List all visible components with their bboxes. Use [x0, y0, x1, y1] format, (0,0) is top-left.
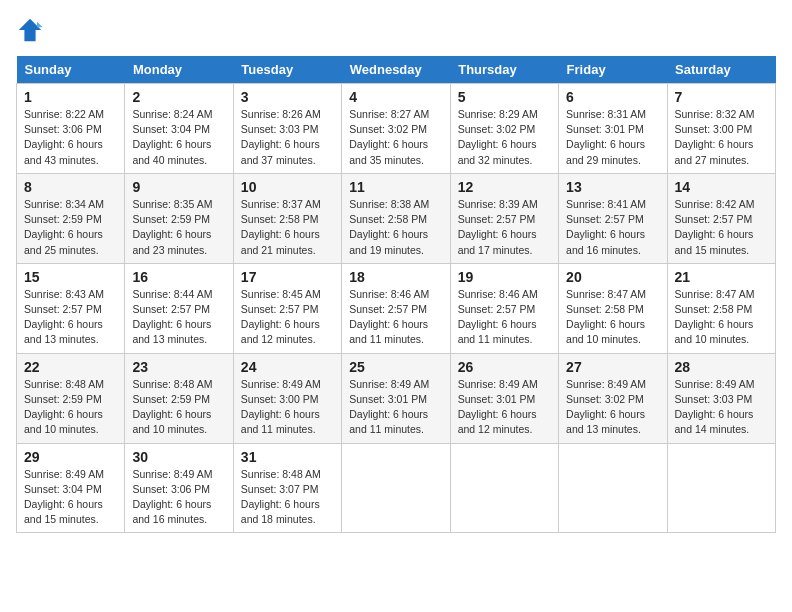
sunrise-label: Sunrise: 8:49 AM: [132, 468, 212, 480]
daylight-label: Daylight: 6 hours and 15 minutes.: [24, 498, 103, 525]
sunrise-label: Sunrise: 8:46 AM: [349, 288, 429, 300]
sunrise-label: Sunrise: 8:29 AM: [458, 108, 538, 120]
daylight-label: Daylight: 6 hours and 13 minutes.: [566, 408, 645, 435]
day-number: 12: [458, 179, 551, 195]
sunrise-label: Sunrise: 8:42 AM: [675, 198, 755, 210]
sunrise-label: Sunrise: 8:27 AM: [349, 108, 429, 120]
sunrise-label: Sunrise: 8:44 AM: [132, 288, 212, 300]
day-info: Sunrise: 8:39 AM Sunset: 2:57 PM Dayligh…: [458, 197, 551, 258]
empty-cell: [667, 443, 775, 533]
day-number: 29: [24, 449, 117, 465]
day-number: 14: [675, 179, 768, 195]
sunset-label: Sunset: 3:06 PM: [24, 123, 102, 135]
calendar-day-11: 11 Sunrise: 8:38 AM Sunset: 2:58 PM Dayl…: [342, 173, 450, 263]
daylight-label: Daylight: 6 hours and 21 minutes.: [241, 228, 320, 255]
day-number: 18: [349, 269, 442, 285]
day-number: 10: [241, 179, 334, 195]
sunset-label: Sunset: 2:57 PM: [458, 213, 536, 225]
sunrise-label: Sunrise: 8:47 AM: [675, 288, 755, 300]
day-info: Sunrise: 8:41 AM Sunset: 2:57 PM Dayligh…: [566, 197, 659, 258]
day-info: Sunrise: 8:49 AM Sunset: 3:01 PM Dayligh…: [349, 377, 442, 438]
calendar-day-31: 31 Sunrise: 8:48 AM Sunset: 3:07 PM Dayl…: [233, 443, 341, 533]
sunset-label: Sunset: 3:02 PM: [349, 123, 427, 135]
column-header-thursday: Thursday: [450, 56, 558, 84]
day-info: Sunrise: 8:31 AM Sunset: 3:01 PM Dayligh…: [566, 107, 659, 168]
day-number: 5: [458, 89, 551, 105]
sunrise-label: Sunrise: 8:43 AM: [24, 288, 104, 300]
calendar-week-4: 22 Sunrise: 8:48 AM Sunset: 2:59 PM Dayl…: [17, 353, 776, 443]
sunrise-label: Sunrise: 8:49 AM: [675, 378, 755, 390]
sunset-label: Sunset: 3:01 PM: [349, 393, 427, 405]
svg-marker-0: [19, 19, 41, 41]
sunrise-label: Sunrise: 8:34 AM: [24, 198, 104, 210]
day-info: Sunrise: 8:35 AM Sunset: 2:59 PM Dayligh…: [132, 197, 225, 258]
daylight-label: Daylight: 6 hours and 11 minutes.: [241, 408, 320, 435]
daylight-label: Daylight: 6 hours and 17 minutes.: [458, 228, 537, 255]
day-info: Sunrise: 8:32 AM Sunset: 3:00 PM Dayligh…: [675, 107, 768, 168]
sunrise-label: Sunrise: 8:38 AM: [349, 198, 429, 210]
sunrise-label: Sunrise: 8:35 AM: [132, 198, 212, 210]
sunset-label: Sunset: 2:57 PM: [349, 303, 427, 315]
daylight-label: Daylight: 6 hours and 37 minutes.: [241, 138, 320, 165]
day-info: Sunrise: 8:48 AM Sunset: 2:59 PM Dayligh…: [132, 377, 225, 438]
sunset-label: Sunset: 3:02 PM: [458, 123, 536, 135]
day-number: 25: [349, 359, 442, 375]
day-info: Sunrise: 8:46 AM Sunset: 2:57 PM Dayligh…: [458, 287, 551, 348]
calendar-day-30: 30 Sunrise: 8:49 AM Sunset: 3:06 PM Dayl…: [125, 443, 233, 533]
daylight-label: Daylight: 6 hours and 10 minutes.: [24, 408, 103, 435]
empty-cell: [342, 443, 450, 533]
sunrise-label: Sunrise: 8:49 AM: [566, 378, 646, 390]
day-info: Sunrise: 8:26 AM Sunset: 3:03 PM Dayligh…: [241, 107, 334, 168]
sunset-label: Sunset: 3:07 PM: [241, 483, 319, 495]
daylight-label: Daylight: 6 hours and 10 minutes.: [566, 318, 645, 345]
day-number: 21: [675, 269, 768, 285]
calendar-day-20: 20 Sunrise: 8:47 AM Sunset: 2:58 PM Dayl…: [559, 263, 667, 353]
day-info: Sunrise: 8:34 AM Sunset: 2:59 PM Dayligh…: [24, 197, 117, 258]
calendar-day-21: 21 Sunrise: 8:47 AM Sunset: 2:58 PM Dayl…: [667, 263, 775, 353]
sunset-label: Sunset: 2:59 PM: [132, 213, 210, 225]
day-number: 24: [241, 359, 334, 375]
calendar-day-25: 25 Sunrise: 8:49 AM Sunset: 3:01 PM Dayl…: [342, 353, 450, 443]
calendar-week-3: 15 Sunrise: 8:43 AM Sunset: 2:57 PM Dayl…: [17, 263, 776, 353]
day-info: Sunrise: 8:49 AM Sunset: 3:02 PM Dayligh…: [566, 377, 659, 438]
day-info: Sunrise: 8:29 AM Sunset: 3:02 PM Dayligh…: [458, 107, 551, 168]
sunset-label: Sunset: 2:57 PM: [675, 213, 753, 225]
day-number: 31: [241, 449, 334, 465]
calendar-day-24: 24 Sunrise: 8:49 AM Sunset: 3:00 PM Dayl…: [233, 353, 341, 443]
day-info: Sunrise: 8:48 AM Sunset: 2:59 PM Dayligh…: [24, 377, 117, 438]
empty-cell: [450, 443, 558, 533]
sunset-label: Sunset: 2:57 PM: [458, 303, 536, 315]
column-header-friday: Friday: [559, 56, 667, 84]
calendar-day-3: 3 Sunrise: 8:26 AM Sunset: 3:03 PM Dayli…: [233, 84, 341, 174]
day-info: Sunrise: 8:24 AM Sunset: 3:04 PM Dayligh…: [132, 107, 225, 168]
calendar-day-16: 16 Sunrise: 8:44 AM Sunset: 2:57 PM Dayl…: [125, 263, 233, 353]
daylight-label: Daylight: 6 hours and 12 minutes.: [458, 408, 537, 435]
day-number: 9: [132, 179, 225, 195]
sunset-label: Sunset: 2:58 PM: [349, 213, 427, 225]
sunset-label: Sunset: 3:01 PM: [566, 123, 644, 135]
daylight-label: Daylight: 6 hours and 32 minutes.: [458, 138, 537, 165]
daylight-label: Daylight: 6 hours and 29 minutes.: [566, 138, 645, 165]
calendar-day-8: 8 Sunrise: 8:34 AM Sunset: 2:59 PM Dayli…: [17, 173, 125, 263]
day-info: Sunrise: 8:45 AM Sunset: 2:57 PM Dayligh…: [241, 287, 334, 348]
day-info: Sunrise: 8:37 AM Sunset: 2:58 PM Dayligh…: [241, 197, 334, 258]
sunset-label: Sunset: 2:57 PM: [24, 303, 102, 315]
calendar-day-22: 22 Sunrise: 8:48 AM Sunset: 2:59 PM Dayl…: [17, 353, 125, 443]
day-number: 22: [24, 359, 117, 375]
empty-cell: [559, 443, 667, 533]
daylight-label: Daylight: 6 hours and 25 minutes.: [24, 228, 103, 255]
sunset-label: Sunset: 2:59 PM: [132, 393, 210, 405]
sunrise-label: Sunrise: 8:46 AM: [458, 288, 538, 300]
daylight-label: Daylight: 6 hours and 10 minutes.: [675, 318, 754, 345]
calendar-day-7: 7 Sunrise: 8:32 AM Sunset: 3:00 PM Dayli…: [667, 84, 775, 174]
day-info: Sunrise: 8:22 AM Sunset: 3:06 PM Dayligh…: [24, 107, 117, 168]
column-header-saturday: Saturday: [667, 56, 775, 84]
day-number: 27: [566, 359, 659, 375]
sunrise-label: Sunrise: 8:48 AM: [241, 468, 321, 480]
daylight-label: Daylight: 6 hours and 27 minutes.: [675, 138, 754, 165]
daylight-label: Daylight: 6 hours and 23 minutes.: [132, 228, 211, 255]
calendar-day-29: 29 Sunrise: 8:49 AM Sunset: 3:04 PM Dayl…: [17, 443, 125, 533]
column-header-monday: Monday: [125, 56, 233, 84]
daylight-label: Daylight: 6 hours and 43 minutes.: [24, 138, 103, 165]
calendar-day-17: 17 Sunrise: 8:45 AM Sunset: 2:57 PM Dayl…: [233, 263, 341, 353]
